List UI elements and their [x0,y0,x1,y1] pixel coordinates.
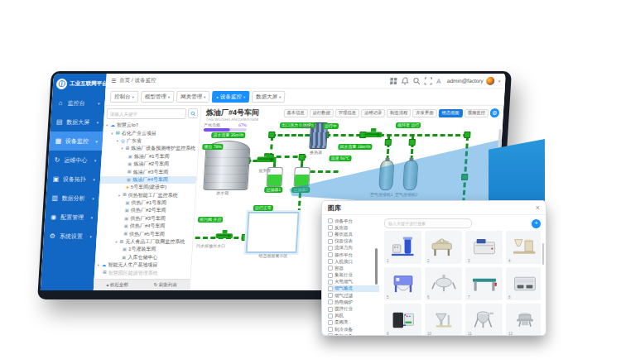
library-search-input[interactable] [384,218,472,228]
checkbox-icon[interactable] [328,286,333,291]
category-item[interactable]: 容器 [328,265,379,271]
tree-node[interactable]: 智慧园区能源管理系统 [94,269,191,276]
checkbox-icon[interactable] [328,218,333,223]
grid-scrollbar[interactable] [542,243,545,265]
category-item[interactable]: 操作平台 [328,251,379,258]
checkbox-icon[interactable] [328,246,333,251]
tree-node[interactable]: 炼油厂#4号车间 [100,176,197,184]
workshop-tab-button[interactable]: 开发界面 [412,109,437,117]
library-image-card[interactable]: 6 [425,267,462,300]
library-image-card[interactable]: 7 [465,267,503,300]
checkbox-icon[interactable] [328,239,333,244]
checkbox-icon[interactable] [328,280,333,285]
category-item[interactable]: 烟气输送 [328,285,379,292]
tree-search-button[interactable] [188,108,199,118]
tree-node[interactable]: 智能无人生产基地项目 [94,261,191,269]
tree-node[interactable]: 供热厂#3号车间 [98,215,195,223]
circulation-pump[interactable] [362,127,384,138]
workshop-tab-button[interactable]: 基本信息 [283,109,308,117]
category-item[interactable]: 集装行业 [328,272,379,279]
checkbox-icon[interactable] [328,327,333,332]
tree-node[interactable]: 智慧云IoT [104,122,200,129]
tree-node[interactable]: 炼油厂设备预测维护监控系统 [102,145,199,152]
category-item[interactable]: 设备平台 [328,218,379,224]
tree-node[interactable]: 供热厂#5号车间 [97,230,194,237]
tree-node[interactable]: 供热智能工厂监控系统 [99,192,196,199]
library-image-card[interactable]: 3 [465,231,503,264]
lift-pump[interactable] [256,152,277,163]
tree-node[interactable]: 供热厂#1号车间 [99,199,195,207]
sidebar-item[interactable]: 数据分析 ▾ [46,189,99,208]
sidebar-item[interactable]: 运维中心 ▾ [48,151,102,170]
category-item[interactable]: 烟气过滤 [328,292,379,299]
tab[interactable]: 数据大屏 ▾ [252,91,286,103]
avatar[interactable] [486,77,495,85]
refresh-tree-button[interactable]: ↻ 刷新列表 [153,282,177,288]
tree-node[interactable]: 炼油厂#3号车间 [100,168,197,175]
sidebar-item[interactable]: 设备拓扑 ▾ [46,170,100,189]
library-image-card[interactable]: 11 [465,304,503,335]
close-icon[interactable]: × [536,204,540,212]
drain-pump[interactable] [215,229,234,239]
category-item[interactable]: 餐饮器具 [328,231,379,237]
checkbox-icon[interactable] [328,273,333,278]
search-icon[interactable] [412,77,421,85]
workshop-tab-button[interactable]: 视频监控 [464,109,489,117]
collapse-all-button[interactable]: ▴ 收起全部 [106,282,128,288]
sidebar-item[interactable]: 设备监控 ▾ [49,132,103,151]
tree-node[interactable]: 1号灌装车间 [96,246,193,253]
user-caret-icon[interactable]: ▾ [498,79,501,84]
tree-node[interactable]: 广东省 [103,137,200,145]
checkbox-icon[interactable] [328,293,333,298]
settings-gear-button[interactable]: ⚙ [490,108,500,117]
checkbox-icon[interactable] [328,314,333,318]
category-item[interactable]: 流体方向 [328,245,379,251]
checkbox-icon[interactable] [328,307,333,312]
workshop-tab-button[interactable]: 制造流程 [387,109,412,117]
tree-node[interactable]: 石化产业云项目 [103,129,200,136]
sidebar-item[interactable]: 系统设置 ▾ [43,227,97,246]
category-item[interactable]: 热电锅炉 [328,299,379,305]
library-image-card[interactable]: 12 [506,304,541,335]
apps-icon[interactable] [389,77,398,85]
add-button[interactable]: + [532,219,541,228]
checkbox-icon[interactable] [328,225,333,230]
sidebar-item[interactable]: 配置管理 ▾ [45,208,99,227]
category-item[interactable]: 人机接口 [328,258,379,265]
category-item[interactable]: 仪器仪表 [328,238,379,245]
tree-node[interactable]: 5号车间(建设中) [99,184,196,191]
category-item[interactable]: 泵阀类 [328,319,379,326]
workshop-tab-button[interactable]: 组态画面 [438,109,463,117]
checkbox-icon[interactable] [328,232,333,237]
workshop-tab-button[interactable]: 运维记录 [361,109,386,117]
category-item[interactable]: 制冷设备 [328,326,379,333]
library-image-card[interactable]: 8 [506,267,541,300]
tab[interactable]: 网关管理 ▾ [176,91,210,103]
hmi-display-area[interactable] [246,212,300,253]
tab[interactable]: 模型管理 ▾ [140,91,174,103]
fullscreen-icon[interactable] [424,77,433,85]
tree-search-input[interactable] [106,108,186,119]
library-image-card[interactable]: 10 [425,304,462,335]
tree-node[interactable]: 无人食品工厂联网监控系统 [96,238,193,246]
checkbox-icon[interactable] [328,299,333,304]
sidebar-item[interactable]: 监控台 ▾ [51,93,105,113]
tree-node[interactable]: 炼油厂#1号车间 [101,153,198,160]
category-item[interactable]: 火电烟气 [328,279,379,285]
checkbox-icon[interactable] [328,252,333,257]
category-item[interactable]: 搅拌行业 [328,305,379,312]
library-image-card[interactable]: 4 [506,231,541,264]
tree-node[interactable]: 入库仓储中心 [95,254,192,261]
library-image-card[interactable]: 9 [384,304,421,335]
library-image-card[interactable]: 1 [384,231,421,264]
filter-vessel-2[interactable] [293,167,310,187]
checkbox-icon[interactable] [328,259,333,264]
tree-node[interactable]: 炼油厂#2号车间 [101,160,198,168]
font-size-icon[interactable]: A [436,77,445,85]
tree-node[interactable]: 供热厂#2号车间 [98,207,195,214]
checkbox-icon[interactable] [328,333,333,335]
category-item[interactable]: 风机 [328,313,379,319]
checkbox-icon[interactable] [328,266,333,271]
workshop-tab-button[interactable]: 运行数据 [309,109,334,117]
tab[interactable]: 控制台 ▾ [110,91,139,103]
